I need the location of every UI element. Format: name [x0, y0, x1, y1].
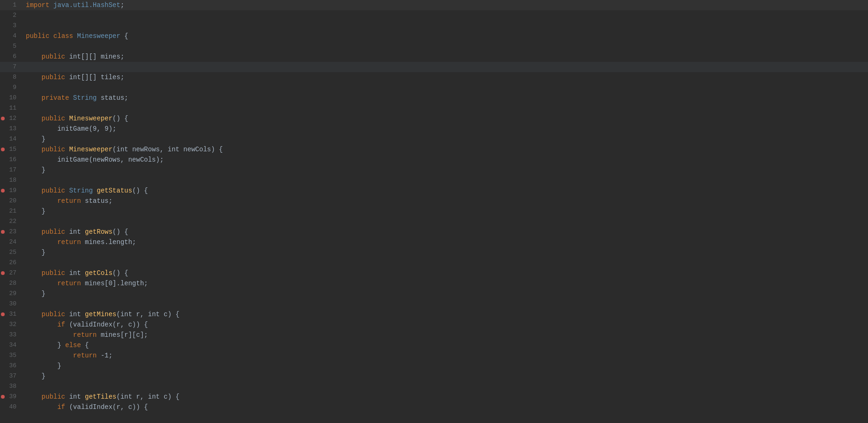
token-kw: public	[42, 53, 65, 60]
token-plain	[26, 352, 73, 359]
token-method: getTiles	[85, 393, 116, 401]
code-line-25: 25 }	[0, 247, 868, 258]
line-content-10: private String status;	[21, 93, 868, 103]
code-editor: 1import java.util.HashSet;2 3 4public cl…	[0, 0, 868, 423]
line-number-8: 8	[0, 72, 21, 82]
line-number-9: 9	[0, 82, 21, 93]
line-number-40: 40	[0, 402, 21, 412]
line-content-27: public int getCols() {	[21, 268, 868, 278]
code-line-39: 39 public int getTiles(int r, int c) {	[0, 392, 868, 402]
line-number-12: 12	[0, 113, 21, 124]
line-content-12: public Minesweeper() {	[21, 113, 868, 124]
breakpoint-dot	[1, 230, 5, 234]
token-plain	[26, 311, 42, 318]
line-content-11	[21, 103, 868, 113]
token-kw: if	[57, 403, 65, 411]
line-number-30: 30	[0, 299, 21, 309]
line-number-20: 20	[0, 196, 21, 206]
line-content-17: }	[21, 165, 868, 175]
line-content-24: return mines.length;	[21, 237, 868, 247]
token-kw: public	[42, 74, 65, 81]
line-number-5: 5	[0, 41, 21, 52]
token-plain: mines.length;	[81, 238, 136, 246]
line-content-33: return mines[r][c];	[21, 330, 868, 340]
code-line-15: 15 public Minesweeper(int newRows, int n…	[0, 144, 868, 155]
code-line-21: 21 }	[0, 206, 868, 216]
line-content-28: return mines[0].length;	[21, 278, 868, 289]
token-plain: mines[0].length;	[81, 280, 148, 287]
breakpoint-dot	[1, 148, 5, 151]
token-plain	[26, 393, 42, 401]
code-line-29: 29 }	[0, 289, 868, 299]
line-number-31: 31	[0, 309, 21, 319]
line-content-16: initGame(newRows, newCols);	[21, 155, 868, 165]
token-plain: }	[26, 362, 61, 370]
line-number-33: 33	[0, 330, 21, 340]
token-method: getRows	[85, 228, 113, 236]
line-number-14: 14	[0, 134, 21, 144]
token-plain: () {	[113, 115, 128, 122]
token-kw: return	[57, 238, 81, 246]
line-number-6: 6	[0, 52, 21, 62]
code-line-32: 32 if (validIndex(r, c)) {	[0, 319, 868, 330]
token-plain: status;	[81, 197, 113, 205]
token-plain	[26, 187, 42, 194]
line-number-7: 7	[0, 62, 21, 72]
token-plain: {	[121, 32, 128, 40]
code-line-9: 9	[0, 82, 868, 93]
code-line-23: 23 public int getRows() {	[0, 227, 868, 237]
token-plain: int	[168, 146, 180, 153]
token-plain	[26, 115, 42, 122]
line-content-26	[21, 258, 868, 268]
code-line-6: 6 public int[][] mines;	[0, 52, 868, 62]
token-plain: (int r, int c) {	[116, 393, 179, 401]
token-plain: }	[26, 372, 45, 380]
code-line-13: 13 initGame(9, 9);	[0, 124, 868, 134]
breakpoint-dot	[1, 312, 5, 316]
token-kw: public	[26, 32, 49, 40]
line-number-22: 22	[0, 216, 21, 227]
line-content-4: public class Minesweeper {	[21, 31, 868, 41]
code-line-36: 36 }	[0, 361, 868, 371]
token-plain: () {	[113, 228, 128, 236]
token-kw: public	[42, 311, 65, 318]
code-line-28: 28 return mines[0].length;	[0, 278, 868, 289]
token-plain: int	[65, 311, 85, 318]
code-line-16: 16 initGame(newRows, newCols);	[0, 155, 868, 165]
token-plain	[26, 94, 42, 102]
token-kw: public	[42, 115, 65, 122]
line-number-38: 38	[0, 381, 21, 392]
line-content-39: public int getTiles(int r, int c) {	[21, 392, 868, 402]
line-content-35: return -1;	[21, 350, 868, 361]
line-number-4: 4	[0, 31, 21, 41]
code-line-27: 27 public int getCols() {	[0, 268, 868, 278]
token-plain: -1;	[97, 352, 113, 359]
token-plain	[69, 94, 73, 102]
line-content-22	[21, 216, 868, 227]
code-line-10: 10 private String status;	[0, 93, 868, 103]
token-plain: (int r, int c) {	[116, 311, 179, 318]
line-number-26: 26	[0, 258, 21, 268]
token-plain	[26, 238, 57, 246]
token-plain	[26, 280, 57, 287]
token-import-class: java.util.HashSet	[53, 1, 121, 9]
line-number-36: 36	[0, 361, 21, 371]
token-kw: public	[42, 269, 65, 277]
token-plain	[26, 197, 57, 205]
token-method: Minesweeper	[69, 115, 112, 122]
token-plain: () {	[113, 269, 128, 277]
line-number-32: 32	[0, 319, 21, 330]
token-method: getCols	[85, 269, 113, 277]
token-classname: String	[69, 187, 92, 194]
token-kw: if	[57, 321, 65, 328]
line-content-34: } else {	[21, 340, 868, 350]
code-line-2: 2	[0, 10, 868, 21]
token-plain: }	[26, 249, 45, 256]
line-content-23: public int getRows() {	[21, 227, 868, 237]
token-plain: (validIndex(r, c)) {	[65, 403, 148, 411]
line-number-3: 3	[0, 21, 21, 31]
token-plain	[26, 403, 57, 411]
line-content-1: import java.util.HashSet;	[21, 0, 868, 10]
code-content: 1import java.util.HashSet;2 3 4public cl…	[0, 0, 868, 412]
code-line-26: 26	[0, 258, 868, 268]
